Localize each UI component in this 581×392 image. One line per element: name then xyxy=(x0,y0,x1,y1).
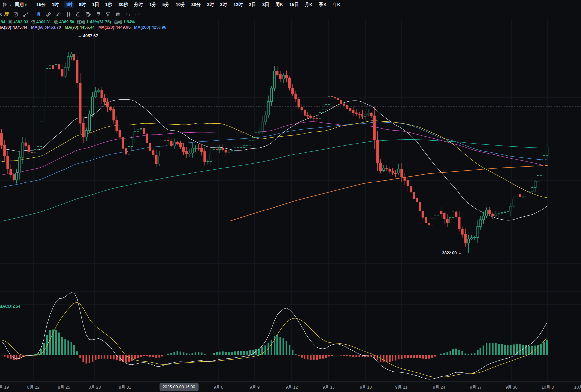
axis-tick: 8月 25 xyxy=(58,385,70,390)
macd-dea-line xyxy=(2,302,547,377)
axis-tick: 9月 18 xyxy=(360,385,372,390)
period-item-3时[interactable]: 3时 xyxy=(220,2,227,8)
undo-icon[interactable] xyxy=(123,10,132,18)
drawing-tools xyxy=(11,10,142,18)
note-edit-icon[interactable] xyxy=(83,10,93,18)
period-item-30分[interactable]: 30分 xyxy=(191,2,201,8)
time-axis[interactable]: 2025-09-03 16:00 8月 198月 228月 258月 288月 … xyxy=(0,381,581,392)
period-item-月K[interactable]: 月K xyxy=(305,2,313,8)
trendline-icon[interactable] xyxy=(21,10,31,18)
toolbar-divider xyxy=(32,12,32,16)
period-list: 15分1时4时8时1日1秒30秒分时1分5分10分30分2时3时12时2日3日周… xyxy=(33,1,343,8)
period-item-周K[interactable]: 周K xyxy=(276,2,283,8)
crosshair-date-label: 2025-09-03 16:00 xyxy=(160,383,199,391)
axis-tick: 9月 12 xyxy=(286,385,298,390)
axis-tick: 9月 27 xyxy=(470,385,482,390)
axis-tick: 9月 30 xyxy=(506,385,518,390)
axis-tick: 10月 6 xyxy=(574,385,581,390)
period-item-1日[interactable]: 1日 xyxy=(92,2,99,8)
bookmark-icon[interactable] xyxy=(34,10,44,18)
period-item-30秒[interactable]: 30秒 xyxy=(119,2,128,8)
axis-tick: 9月 24 xyxy=(433,385,445,390)
trading-app: ∨ 周期 ∨ 15分1时4时8时1日1秒30秒分时1分5分10分30分2时3时1… xyxy=(0,0,581,392)
period-item-分时[interactable]: 分时 xyxy=(134,2,143,8)
period-item-1分[interactable]: 1分 xyxy=(149,2,156,8)
filter-icon[interactable] xyxy=(103,10,113,18)
pen-icon[interactable] xyxy=(53,10,63,18)
period-toolbar: ∨ 周期 ∨ 15分1时4时8时1日1秒30秒分时1分5分10分30分2时3时1… xyxy=(0,0,581,9)
period-item-15日[interactable]: 15日 xyxy=(289,2,299,8)
chart-type-icon[interactable] xyxy=(2,2,7,7)
axis-tick: 9月 9 xyxy=(250,385,260,390)
lock-icon[interactable] xyxy=(73,10,83,18)
edit-square-icon[interactable] xyxy=(11,10,21,18)
redo-icon[interactable] xyxy=(132,10,142,18)
axis-tick: 8月 19 xyxy=(0,385,9,390)
period-item-10分[interactable]: 10分 xyxy=(176,2,185,8)
axis-tick: 8月 22 xyxy=(27,385,40,390)
period-item-年K[interactable]: 年K xyxy=(333,2,340,8)
drawing-toolbar: 大 筹 xyxy=(0,9,581,19)
period-dropdown-label: 周期 xyxy=(15,2,24,8)
axis-tick: 9月 6 xyxy=(214,385,223,390)
period-item-季K[interactable]: 季K xyxy=(319,2,327,8)
period-dropdown[interactable]: 周期 ∨ xyxy=(15,2,30,8)
period-item-12时[interactable]: 12时 xyxy=(233,2,243,8)
candlestick-chart[interactable] xyxy=(0,0,581,392)
period-item-5分[interactable]: 5分 xyxy=(162,2,169,8)
period-item-8时[interactable]: 8时 xyxy=(79,2,86,8)
axis-tick: 9月 21 xyxy=(395,385,408,390)
ma-line-MA30 xyxy=(2,99,547,220)
period-item-1时[interactable]: 1时 xyxy=(52,2,59,8)
magnet-icon[interactable] xyxy=(93,10,103,18)
axis-tick: 9月 15 xyxy=(323,385,335,390)
axis-tick: 8月 28 xyxy=(89,385,101,390)
chip-distribution-button[interactable]: 筹 xyxy=(4,11,9,17)
period-item-3日[interactable]: 3日 xyxy=(262,2,269,8)
period-item-2时[interactable]: 2时 xyxy=(207,2,214,8)
period-item-4时[interactable]: 4时 xyxy=(64,1,74,8)
toolbar-partial-label[interactable]: 大 xyxy=(0,11,3,17)
ruler-icon[interactable] xyxy=(44,10,53,18)
period-item-1秒[interactable]: 1秒 xyxy=(105,2,112,8)
trash-icon[interactable] xyxy=(113,10,123,18)
chevron-down-icon: ∨ xyxy=(24,3,27,7)
period-item-2日[interactable]: 2日 xyxy=(249,2,256,8)
chart-type-chevron-icon: ∨ xyxy=(9,3,12,7)
axis-tick: 10月 3 xyxy=(542,385,554,390)
period-item-15分[interactable]: 15分 xyxy=(36,2,46,8)
axis-tick: 8月 31 xyxy=(119,385,131,390)
kline-compare-icon[interactable] xyxy=(63,10,73,18)
ma-line-long xyxy=(230,165,548,221)
